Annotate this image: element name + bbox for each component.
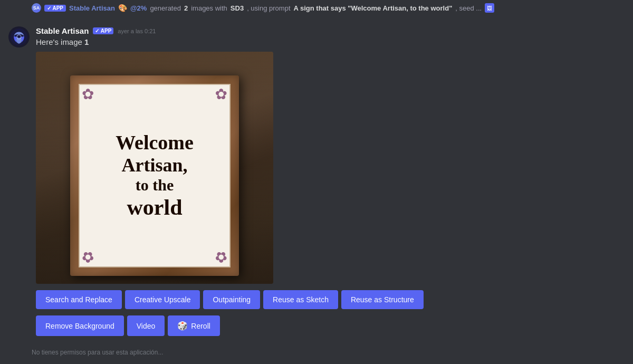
reuse-structure-button[interactable]: Reuse as Structure: [341, 290, 424, 309]
reuse-sketch-button[interactable]: Reuse as Sketch: [263, 290, 338, 309]
system-images-text: images with: [191, 4, 227, 12]
bot-name: Stable Artisan: [36, 26, 89, 35]
reuse-sketch-label: Reuse as Sketch: [273, 295, 329, 304]
buttons-row-1: Search and Replace Creative Upscale Outp…: [36, 290, 625, 309]
timestamp: ayer a las 0:21: [118, 28, 156, 34]
dice-icon: 🎲: [177, 321, 188, 331]
video-label: Video: [137, 322, 156, 330]
sign-line1: Welcome: [116, 131, 194, 155]
bottom-hint: No tienes permisos para usar esta aplica…: [0, 344, 633, 356]
sign-text: Welcome Artisan, to the world: [105, 105, 204, 246]
system-percent: @2%: [130, 4, 147, 12]
system-generated: generated: [150, 4, 181, 12]
frame-inner: ✿ ✿ ✿ ✿ Welcome Artisan, to the world: [79, 84, 231, 267]
system-bot-name: Stable Artisan: [69, 4, 115, 12]
palette-icon: 🎨: [118, 4, 127, 12]
corner-tr: ✿: [201, 87, 227, 113]
reuse-structure-label: Reuse as Structure: [351, 295, 414, 304]
system-app-icon: SA: [32, 3, 41, 13]
creative-upscale-label: Creative Upscale: [135, 295, 191, 304]
system-app-badge: APP: [44, 5, 66, 12]
corner-bl: ✿: [82, 238, 108, 264]
message-prefix: Here's image: [36, 37, 82, 46]
outpainting-label: Outpainting: [213, 295, 251, 304]
message-row: Stable Artisan APP ayer a las 0:21 Here'…: [8, 26, 625, 336]
remove-background-button[interactable]: Remove Background: [36, 315, 124, 336]
system-model: SD3: [231, 4, 244, 12]
system-using-text: , using prompt: [247, 4, 290, 12]
avatar: [8, 26, 30, 47]
system-prompt: A sign that says "Welcome Artisan, to th…: [294, 4, 453, 12]
search-replace-button[interactable]: Search and Replace: [36, 290, 122, 309]
sign-line2: Artisan,: [116, 155, 194, 176]
message-content: Stable Artisan APP ayer a las 0:21 Here'…: [36, 26, 625, 336]
system-count: 2: [184, 4, 188, 12]
sign-line3: to the: [116, 176, 194, 195]
system-seed: , seed ...: [455, 4, 482, 12]
message-header: Stable Artisan APP ayer a las 0:21: [36, 26, 625, 35]
sign-background: ✿ ✿ ✿ ✿ Welcome Artisan, to the world: [36, 52, 273, 284]
reroll-button[interactable]: 🎲 Reroll: [168, 315, 220, 336]
message-container: Stable Artisan APP ayer a las 0:21 Here'…: [0, 18, 633, 344]
creative-upscale-button[interactable]: Creative Upscale: [125, 290, 200, 309]
corner-tl: ✿: [82, 87, 108, 113]
video-button[interactable]: Video: [127, 315, 165, 336]
system-bar: SA APP Stable Artisan 🎨 @2% generated 2 …: [0, 0, 633, 18]
message-text: Here's image 1: [36, 37, 625, 46]
reroll-label: Reroll: [191, 322, 210, 330]
app-tag: APP: [93, 27, 113, 34]
corner-br: ✿: [201, 238, 227, 264]
remove-background-label: Remove Background: [45, 322, 114, 330]
hint-text: No tienes permisos para usar esta aplica…: [32, 349, 163, 356]
photo-icon: 🖼: [485, 3, 494, 13]
wooden-frame: ✿ ✿ ✿ ✿ Welcome Artisan, to the world: [70, 75, 239, 276]
message-number: 1: [84, 37, 89, 46]
buttons-row-2: Remove Background Video 🎲 Reroll: [36, 315, 625, 336]
sign-line4: world: [116, 195, 194, 220]
generated-image: ✿ ✿ ✿ ✿ Welcome Artisan, to the world: [36, 52, 273, 284]
outpainting-button[interactable]: Outpainting: [203, 290, 260, 309]
search-replace-label: Search and Replace: [45, 295, 112, 304]
